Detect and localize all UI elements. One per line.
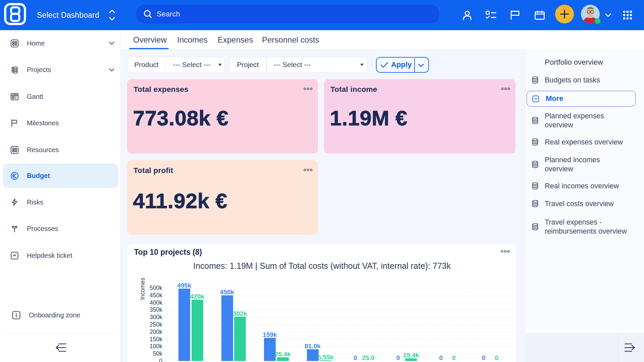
y-tick-label: 0 xyxy=(139,358,162,362)
y-tick-label: 450k xyxy=(139,292,162,299)
right-panel-item-label: Travel expenses - reimbursements overvie… xyxy=(545,218,629,236)
gridline xyxy=(169,324,512,325)
collapse-sidebar-button[interactable] xyxy=(53,342,68,354)
sidebar-item-label: Home xyxy=(27,40,45,47)
right-panel-item-real-incomes-overview[interactable]: Real incomes overview xyxy=(525,180,644,193)
product-filter-value[interactable]: --- Select --- xyxy=(173,61,211,69)
search-input[interactable]: Search xyxy=(136,4,439,23)
product-filter-label: Product xyxy=(127,61,166,69)
gridline xyxy=(169,339,512,340)
bar-value-label: 450k xyxy=(215,288,239,296)
y-tick-label: 50k xyxy=(139,350,162,357)
right-panel-item-planned-incomes-overview[interactable]: Planned incomes overview xyxy=(525,156,644,174)
sidebar-item-resources[interactable]: Resources xyxy=(0,138,121,162)
tab-expenses[interactable]: Expenses xyxy=(218,30,253,49)
apply-button-label: Apply xyxy=(391,60,412,69)
apply-split-divider xyxy=(414,58,415,73)
apply-dropdown-chevron-icon[interactable] xyxy=(418,64,424,67)
y-tick-label: 350k xyxy=(139,306,162,313)
bar-total-costs[interactable] xyxy=(192,300,203,361)
y-tick-mark xyxy=(164,354,167,354)
tab-personnel-costs[interactable]: Personnel costs xyxy=(262,30,319,49)
right-panel-item-travel-expenses-reimbursements-overview[interactable]: Travel expenses - reimbursements overvie… xyxy=(525,218,644,236)
bar-value-label: 25.0 xyxy=(357,354,380,362)
right-panel-item-planned-expenses-overview[interactable]: Planned expenses overview xyxy=(525,112,644,130)
product-filter[interactable]: Product --- Select --- xyxy=(127,57,225,73)
euro-icon xyxy=(10,172,19,180)
more-button[interactable]: More xyxy=(527,91,636,107)
sidebar-item-risks[interactable]: Risks xyxy=(0,190,121,215)
app-logo-icon[interactable] xyxy=(4,3,26,25)
y-tick-mark xyxy=(164,339,167,340)
risk-bolt-icon xyxy=(10,198,19,206)
right-panel-title: Portfolio overview xyxy=(545,58,603,67)
apps-grid-icon[interactable] xyxy=(623,0,633,30)
project-filter[interactable]: Project --- Select --- xyxy=(229,57,368,73)
plus-icon xyxy=(560,10,569,18)
sidebar-item-milestones[interactable]: Milestones xyxy=(0,111,121,135)
right-panel-item-travel-costs-overview[interactable]: Travel costs overview xyxy=(525,197,644,211)
gantt-icon xyxy=(10,93,19,101)
right-panel-item-label: Planned incomes overview xyxy=(545,156,629,174)
processes-split-icon xyxy=(10,225,19,233)
right-panel-item-label: Real incomes overview xyxy=(545,182,642,191)
card-menu-dots-icon[interactable] xyxy=(304,169,313,171)
sidebar-item-onboarding-zone[interactable]: Onboarding zone xyxy=(0,303,121,327)
y-tick-mark xyxy=(164,346,167,347)
y-tick-mark xyxy=(164,324,167,325)
bar-value-label: 25.4k xyxy=(271,350,294,358)
database-icon xyxy=(532,161,539,168)
apply-button[interactable]: Apply xyxy=(376,57,429,73)
resources-icon xyxy=(10,146,19,154)
sidebar-item-budget[interactable]: Budget xyxy=(3,164,118,188)
sidebar-item-label: Helpdesk ticket xyxy=(27,252,72,259)
collapse-right-sidebar-button[interactable] xyxy=(622,342,637,354)
sidebar-item-projects[interactable]: Projects xyxy=(0,58,121,82)
chevron-down-icon[interactable] xyxy=(109,42,114,45)
top-projects-panel: Top 10 projects (8) Incomes: 1.19M | Sum… xyxy=(127,244,517,362)
right-panel-item-budgets-on-tasks[interactable]: Budgets on tasks xyxy=(525,74,644,87)
y-tick-mark xyxy=(164,317,167,317)
project-filter-value[interactable]: --- Select --- xyxy=(274,61,311,69)
right-panel-item-label: Budgets on tasks xyxy=(545,76,600,85)
avatar-chevron-down-icon[interactable] xyxy=(605,0,611,30)
card-value: 411.92k € xyxy=(133,190,227,212)
sidebar-item-gantt[interactable]: Gantt xyxy=(0,84,121,109)
calendar-icon[interactable] xyxy=(535,0,545,30)
card-total-income: Total income 1.19M € xyxy=(324,79,516,154)
bar-value-label: 0 xyxy=(485,354,508,362)
tasks-icon[interactable] xyxy=(486,0,496,30)
bar-value-label: 302k xyxy=(228,310,252,318)
selector-up-down-icon xyxy=(109,8,115,22)
bar-value-label: 159k xyxy=(258,331,282,339)
bar-incomes[interactable] xyxy=(221,295,233,361)
y-tick-mark xyxy=(164,332,167,332)
card-menu-dots-icon[interactable] xyxy=(304,87,313,90)
left-sidebar: HomeProjectsGanttMilestonesResourcesBudg… xyxy=(0,30,121,362)
sidebar-item-home[interactable]: Home xyxy=(0,31,121,56)
right-panel-item-real-expenses-overview[interactable]: Real expenses overview xyxy=(525,136,644,149)
card-title: Total profit xyxy=(133,166,173,175)
sidebar-item-label: Budget xyxy=(27,172,50,180)
dropdown-caret-icon xyxy=(218,64,222,66)
sidebar-item-label: Onboarding zone xyxy=(29,311,80,319)
dashboard-icon xyxy=(10,39,19,48)
tab-overview[interactable]: Overview xyxy=(133,30,167,49)
sidebar-item-helpdesk-ticket[interactable]: Helpdesk ticket xyxy=(0,243,121,268)
sidebar-item-label: Gantt xyxy=(27,93,43,101)
project-filter-label: Project xyxy=(230,61,266,69)
gridline xyxy=(169,303,512,303)
flag-icon[interactable] xyxy=(511,0,520,30)
add-button[interactable] xyxy=(555,5,574,23)
bar-value-label: 420k xyxy=(185,293,209,301)
sidebar-item-processes[interactable]: Processes xyxy=(0,217,121,241)
filter-divider xyxy=(166,57,166,72)
dashboard-selector[interactable]: Select Dashboard xyxy=(37,0,99,30)
tab-incomes[interactable]: Incomes xyxy=(177,30,208,49)
sidebar-divider xyxy=(3,334,116,334)
card-menu-dots-icon[interactable] xyxy=(501,87,511,90)
user-icon[interactable] xyxy=(462,0,472,30)
dashboard-selector-label: Select Dashboard xyxy=(37,11,99,20)
chevron-down-icon[interactable] xyxy=(109,68,114,72)
bar-total-costs[interactable] xyxy=(234,317,246,361)
